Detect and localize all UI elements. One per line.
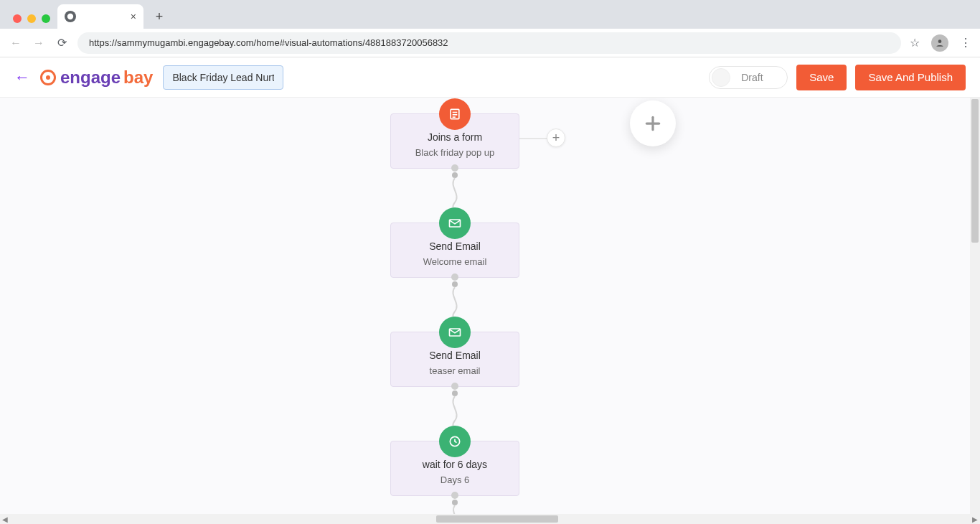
url-box[interactable] xyxy=(77,32,901,54)
new-tab-button[interactable]: + xyxy=(149,6,169,27)
tab-close-icon[interactable]: × xyxy=(131,11,136,22)
save-button[interactable]: Save xyxy=(796,65,847,90)
add-branch-button[interactable]: + xyxy=(547,128,565,147)
node-title: Joins a form xyxy=(398,131,512,143)
header-right: Draft Save Save And Publish xyxy=(709,65,966,90)
svg-point-8 xyxy=(452,172,458,178)
node-title: Send Email xyxy=(398,240,512,252)
horizontal-scrollbar[interactable]: ◀ ▶ xyxy=(0,514,980,524)
svg-point-1 xyxy=(938,39,942,43)
svg-point-17 xyxy=(452,500,458,505)
node-trigger-form[interactable]: Joins a form Black friday pop up xyxy=(390,113,519,169)
bookmark-star-icon[interactable]: ☆ xyxy=(910,36,920,50)
svg-point-14 xyxy=(452,390,458,396)
form-icon xyxy=(439,98,471,130)
status-toggle[interactable]: Draft xyxy=(709,66,788,89)
toggle-label: Draft xyxy=(741,72,763,83)
address-bar-right: ☆ ⋮ xyxy=(910,34,971,52)
branch-line xyxy=(519,138,548,139)
profile-avatar-icon[interactable] xyxy=(931,34,948,52)
address-bar: ← → ⟳ ☆ ⋮ xyxy=(0,29,980,57)
automation-canvas[interactable]: Joins a form Black friday pop up + Send … xyxy=(0,98,980,524)
logo-text-2: bay xyxy=(123,67,153,88)
node-send-email-welcome[interactable]: Send Email Welcome email xyxy=(390,223,519,278)
window-minimize[interactable] xyxy=(27,14,36,23)
window-close[interactable] xyxy=(13,14,22,23)
kebab-menu-icon[interactable]: ⋮ xyxy=(960,36,971,50)
node-subtitle: Black friday pop up xyxy=(398,147,512,158)
output-port[interactable] xyxy=(451,383,458,390)
output-port[interactable] xyxy=(451,164,458,172)
clock-icon xyxy=(439,426,471,457)
browser-chrome: × + ← → ⟳ ☆ ⋮ xyxy=(0,0,980,57)
app-logo[interactable]: engagebay xyxy=(40,67,153,88)
nav-back-icon[interactable]: ← xyxy=(9,37,23,50)
app-back-icon[interactable]: ← xyxy=(14,68,30,87)
output-port[interactable] xyxy=(451,492,458,499)
vertical-scrollbar[interactable] xyxy=(970,98,980,514)
url-input[interactable] xyxy=(89,37,890,48)
svg-point-11 xyxy=(452,281,458,287)
tab-favicon xyxy=(65,11,76,22)
node-wait[interactable]: wait for 6 days Days 6 xyxy=(390,441,519,496)
save-publish-button[interactable]: Save And Publish xyxy=(855,65,966,90)
node-title: wait for 6 days xyxy=(398,459,512,470)
nav-reload-icon[interactable]: ⟳ xyxy=(55,36,69,50)
window-maximize[interactable] xyxy=(42,14,50,23)
tab-bar: × + xyxy=(0,0,980,29)
node-send-email-teaser[interactable]: Send Email teaser email xyxy=(390,332,519,387)
scroll-thumb[interactable] xyxy=(436,515,558,523)
svg-point-0 xyxy=(67,14,73,19)
node-subtitle: Days 6 xyxy=(398,474,512,485)
window-controls xyxy=(7,14,57,29)
scroll-thumb[interactable] xyxy=(971,99,979,243)
app-header: ← engagebay Draft Save Save And Publish xyxy=(0,57,980,98)
scroll-right-icon[interactable]: ▶ xyxy=(970,514,980,524)
node-subtitle: Welcome email xyxy=(398,256,512,267)
toggle-knob xyxy=(712,68,730,87)
automation-name-input[interactable] xyxy=(163,65,283,90)
add-trigger-button[interactable] xyxy=(630,100,676,146)
email-icon xyxy=(439,207,471,239)
email-icon xyxy=(439,317,471,348)
logo-target-icon xyxy=(40,70,56,85)
output-port[interactable] xyxy=(451,273,458,281)
node-subtitle: teaser email xyxy=(398,365,512,376)
logo-text-1: engage xyxy=(60,67,121,88)
browser-tab[interactable]: × xyxy=(57,4,143,29)
nav-forward-icon[interactable]: → xyxy=(32,37,46,50)
scroll-left-icon[interactable]: ◀ xyxy=(0,514,10,524)
node-title: Send Email xyxy=(398,350,512,361)
